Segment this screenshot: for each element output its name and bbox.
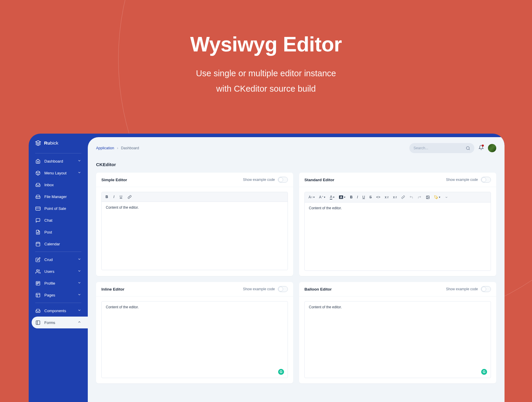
- chevron-down-icon: [445, 196, 448, 199]
- highlight-dropdown[interactable]: A▾: [338, 195, 346, 200]
- sidebar-item-crud[interactable]: Crud: [29, 254, 88, 265]
- link-button[interactable]: [127, 194, 132, 200]
- sidebar-item-point-of-sale[interactable]: Point of Sale: [29, 202, 88, 214]
- sidebar-item-users[interactable]: Users: [29, 265, 88, 277]
- inline-editor[interactable]: Content of the editor. G: [101, 301, 288, 378]
- card-header: Balloon Editor Show example code: [299, 282, 496, 296]
- sidebar-item-pages[interactable]: Pages: [29, 289, 88, 301]
- chevron-down-icon: [77, 293, 81, 297]
- sidebar-item-label: Menu Layout: [44, 171, 66, 175]
- link-icon: [128, 195, 132, 199]
- notifications-button[interactable]: [479, 145, 484, 151]
- show-code-toggle[interactable]: [481, 286, 491, 292]
- underline-button[interactable]: U: [361, 194, 366, 200]
- fontfamily-dropdown[interactable]: A°▾: [318, 194, 327, 200]
- editor-content[interactable]: Content of the editor.: [102, 202, 288, 270]
- italic-button[interactable]: I: [113, 194, 115, 200]
- sidebar-item-dashboard[interactable]: Dashboard: [29, 155, 88, 167]
- sidebar-item-inbox[interactable]: Inbox: [29, 179, 88, 191]
- breadcrumb-root[interactable]: Application: [96, 146, 114, 150]
- sidebar-item-profile[interactable]: Profile: [29, 277, 88, 289]
- edit-icon: [35, 257, 40, 262]
- sidebar-item-label: Chat: [44, 218, 52, 223]
- underline-button[interactable]: U: [119, 194, 123, 200]
- editor-content[interactable]: Content of the editor.: [305, 202, 491, 270]
- chevron-up-icon: [77, 320, 81, 325]
- sidebar-item-forms[interactable]: Forms: [32, 317, 88, 328]
- editor-toolbar: B I U: [102, 192, 288, 202]
- svg-rect-15: [37, 282, 37, 284]
- sidebar-item-calendar[interactable]: Calendar: [29, 238, 88, 250]
- card-title: Standard Editor: [304, 178, 334, 182]
- card-standard-editor: Standard Editor Show example code AI▾ A°…: [299, 173, 496, 276]
- sidebar-item-file-manager[interactable]: File Manager: [29, 191, 88, 202]
- balloon-editor[interactable]: Content of the editor. G: [304, 301, 491, 378]
- sidebar-item-chat[interactable]: Chat: [29, 214, 88, 226]
- sidebar-item-label: Forms: [44, 320, 55, 325]
- editor-grid: Simple Editor Show example code B I U: [96, 173, 496, 383]
- sidebar-item-menu-layout[interactable]: Menu Layout: [29, 167, 88, 179]
- svg-rect-9: [36, 242, 40, 246]
- breadcrumb: Application › Dashboard: [96, 146, 139, 150]
- search-input[interactable]: Search...: [409, 143, 474, 153]
- svg-point-25: [427, 196, 428, 197]
- home-icon: [35, 158, 40, 164]
- editor-toolbar: AI▾ A°▾ A▾ A▾ B I U S <> x2 x2: [305, 192, 491, 202]
- svg-point-22: [466, 146, 469, 149]
- fontcolor-dropdown[interactable]: A▾: [329, 194, 335, 200]
- grammarly-icon[interactable]: G: [278, 369, 284, 375]
- inbox-icon: [35, 182, 40, 187]
- card-title: Simple Editor: [101, 178, 127, 182]
- sidebar-item-label: File Manager: [44, 194, 67, 199]
- svg-rect-20: [36, 321, 40, 325]
- show-code-toggle[interactable]: [481, 177, 491, 183]
- redo-icon: [418, 195, 421, 199]
- superscript-button[interactable]: x2: [392, 194, 398, 200]
- sidebar-item-label: Dashboard: [44, 159, 63, 163]
- divider: [35, 303, 81, 303]
- image-button[interactable]: [425, 195, 431, 200]
- brand-logo[interactable]: Rubick: [29, 140, 88, 151]
- show-code-toggle[interactable]: [278, 286, 288, 292]
- heading-dropdown[interactable]: AI▾: [308, 194, 316, 200]
- notification-dot: [482, 145, 484, 147]
- marker-dropdown[interactable]: ▾: [433, 195, 441, 200]
- image-icon: [426, 195, 430, 199]
- code-button[interactable]: <>: [375, 194, 381, 200]
- card-balloon-editor: Balloon Editor Show example code Content…: [299, 282, 496, 383]
- more-dropdown[interactable]: [444, 195, 449, 200]
- link-button[interactable]: [400, 195, 406, 200]
- svg-rect-5: [35, 207, 40, 210]
- link-icon: [401, 195, 405, 199]
- svg-rect-16: [38, 282, 39, 283]
- sidebar-item-label: Components: [44, 309, 66, 313]
- sidebar-item-components[interactable]: Components: [29, 305, 88, 317]
- bold-button[interactable]: B: [349, 194, 353, 200]
- card-header: Standard Editor Show example code: [299, 173, 496, 187]
- sidebar-item-label: Profile: [44, 281, 55, 286]
- toggle-label: Show example code: [243, 178, 275, 182]
- show-code-toggle[interactable]: [278, 177, 288, 183]
- redo-button[interactable]: [417, 195, 422, 200]
- sidebar-item-label: Crud: [44, 257, 53, 262]
- undo-icon: [409, 195, 413, 199]
- card-header: Inline Editor Show example code: [96, 282, 293, 296]
- sidebar-item-post[interactable]: Post: [29, 226, 88, 238]
- breadcrumb-current: Dashboard: [121, 146, 139, 150]
- sidebar-item-label: Inbox: [44, 183, 54, 187]
- users-icon: [35, 269, 40, 274]
- italic-button[interactable]: I: [356, 194, 359, 200]
- sidebar-item-label: Post: [44, 230, 52, 234]
- chevron-down-icon: [77, 281, 81, 286]
- svg-point-13: [36, 270, 38, 271]
- avatar[interactable]: [488, 144, 496, 152]
- grammarly-icon[interactable]: G: [481, 369, 487, 375]
- search-icon: [466, 146, 470, 150]
- undo-button[interactable]: [408, 195, 414, 200]
- bold-button[interactable]: B: [105, 194, 109, 200]
- sidebar-item-label: Point of Sale: [44, 206, 66, 211]
- chevron-down-icon: [77, 257, 81, 262]
- strike-button[interactable]: S: [369, 194, 373, 200]
- subscript-button[interactable]: x2: [384, 194, 390, 200]
- toggle-label: Show example code: [243, 287, 275, 291]
